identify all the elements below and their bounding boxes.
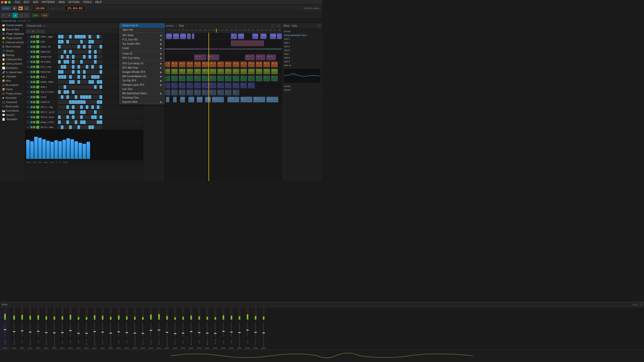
track-block-kick-blocks-container[interactable]: Ki...2 (271, 62, 278, 67)
step-btn[interactable] (66, 100, 69, 104)
channel-solo-btn[interactable]: ◐ (33, 35, 35, 38)
step-btn[interactable] (83, 80, 86, 84)
channel-mute-btn[interactable]: ● (30, 56, 33, 58)
channel-solo-btn[interactable]: ◐ (33, 56, 35, 58)
block-vo-n-2[interactable]: Vo...n (207, 55, 219, 60)
step-btn[interactable] (72, 95, 74, 99)
track-block-open-hat-blocks-container[interactable]: 3 (202, 90, 209, 95)
sidebar-item-demo-projects[interactable]: 📂 Demo projects (0, 62, 25, 66)
step-btn[interactable] (80, 115, 83, 119)
step-btn[interactable] (72, 65, 74, 69)
step-btn[interactable] (66, 35, 69, 38)
channel-active-indicator[interactable] (36, 111, 39, 114)
sidebar-item-soundfonts[interactable]: 🎹 Soundfonts (0, 109, 25, 113)
step-btn[interactable] (83, 115, 86, 119)
track-block-clap-blocks-container[interactable]: 3 (217, 76, 224, 81)
channel-solo-btn[interactable]: ◐ (33, 91, 35, 93)
track-block-clap-blocks-container[interactable]: 3 (171, 76, 178, 81)
step-btn[interactable] (69, 40, 72, 43)
step-btn[interactable] (61, 125, 63, 129)
channel-mute-btn[interactable]: ● (30, 101, 33, 103)
step-btn[interactable] (97, 115, 99, 119)
step-btn[interactable] (89, 125, 91, 129)
step-btn[interactable] (100, 65, 102, 69)
close-button[interactable] (1, 1, 4, 4)
sidebar-item-scores[interactable]: 🎵 Scores (0, 49, 25, 53)
step-btn[interactable] (69, 50, 72, 54)
track-block-noise-hat-blocks-container[interactable]: 3 (233, 83, 239, 88)
block-vocal-10[interactable]: Vocal (270, 33, 276, 39)
step-btn[interactable] (75, 95, 77, 99)
track-block-noise-hat-blocks-container[interactable]: 3 (202, 83, 209, 88)
step-btn[interactable] (72, 60, 74, 64)
step-btn[interactable] (91, 125, 94, 129)
channel-solo-btn[interactable]: ◐ (33, 46, 35, 48)
step-btn[interactable] (86, 35, 88, 38)
track-block-closed-hat[interactable]: Ki...3 (227, 97, 239, 102)
track-block-clap-blocks-container[interactable]: 3 (202, 76, 209, 81)
menu-tools[interactable]: TOOLS (82, 1, 92, 4)
mixer-slot-6[interactable]: Slot 6 (283, 49, 321, 52)
step-btn[interactable] (61, 80, 63, 84)
tool-erase[interactable]: ⬚ (18, 13, 23, 18)
step-btn[interactable] (75, 50, 77, 54)
dropdown-item-ma-staticshock-retro[interactable]: MA StaticShock Retro... ▶ (120, 91, 165, 96)
track-block-sidechain-blocks-container[interactable]: Sid..2 (187, 69, 193, 74)
step-btn[interactable] (77, 65, 80, 69)
step-btn[interactable] (86, 75, 88, 79)
step-btn[interactable] (91, 40, 94, 43)
step-btn[interactable] (61, 90, 63, 94)
step-btn[interactable] (86, 55, 88, 59)
step-btn[interactable] (58, 125, 61, 129)
step-btn[interactable] (83, 75, 86, 79)
sidebar-item-channel-presets[interactable]: 🎚 Channel presets (0, 40, 25, 44)
step-btn[interactable] (94, 75, 97, 79)
record-button[interactable]: ● (24, 6, 29, 10)
mixer-slot-4[interactable]: Slot 4 (283, 41, 321, 45)
step-btn[interactable] (75, 115, 77, 119)
step-btn[interactable] (61, 95, 63, 99)
step-btn[interactable] (91, 100, 94, 104)
step-btn[interactable] (91, 65, 94, 69)
channel-active-indicator[interactable] (36, 106, 39, 109)
sidebar-item-my-projects[interactable]: 🗂 My projects (0, 83, 25, 87)
sidebar-item-envelopes[interactable]: 📈 Envelopes (0, 66, 25, 70)
channel-active-indicator[interactable] (36, 40, 39, 43)
step-btn[interactable] (89, 90, 91, 94)
step-btn[interactable] (86, 65, 88, 69)
step-btn[interactable] (58, 55, 61, 59)
block-vo-n-1[interactable]: Vo...n (194, 55, 206, 60)
step-btn[interactable] (72, 40, 74, 43)
step-btn[interactable] (61, 65, 63, 69)
step-btn[interactable] (89, 55, 91, 59)
step-btn[interactable] (66, 60, 69, 64)
step-btn[interactable] (100, 110, 102, 114)
track-block-open-hat-blocks-container[interactable]: 3 (171, 90, 178, 95)
step-btn[interactable] (61, 105, 63, 109)
step-btn[interactable] (89, 100, 91, 104)
track-block-kick-blocks-container[interactable]: Ki...2 (263, 62, 270, 67)
channel-solo-btn[interactable]: ◐ (33, 106, 35, 108)
dropdown-item-toy-scritch-sfx[interactable]: Toy Scritch SFX ▶ (120, 42, 165, 46)
step-btn[interactable] (80, 90, 83, 94)
step-btn[interactable] (86, 80, 88, 84)
step-btn[interactable] (66, 75, 69, 79)
step-btn[interactable] (91, 90, 94, 94)
step-btn[interactable] (89, 35, 91, 38)
channel-mute-btn[interactable]: ● (30, 81, 33, 83)
track-block-open-hat-blocks-container[interactable]: 3 (217, 90, 224, 95)
step-btn[interactable] (89, 65, 91, 69)
track-block-noise-hat-blocks-container[interactable]: 3 (171, 83, 178, 88)
dropdown-item-open-hat[interactable]: Open Hat (120, 28, 165, 32)
step-btn[interactable] (94, 50, 97, 54)
step-btn[interactable] (58, 65, 61, 69)
track-block-closed-hat[interactable]: Closed Hat (188, 97, 194, 102)
step-btn[interactable] (69, 110, 72, 114)
step-btn[interactable] (77, 110, 80, 114)
online-label[interactable]: Click for online... (304, 7, 320, 10)
sidebar-item-rendered[interactable]: 🎧 Rendered (0, 100, 25, 104)
step-btn[interactable] (86, 110, 88, 114)
step-btn[interactable] (72, 50, 74, 54)
channel-active-indicator[interactable] (36, 96, 39, 99)
dropdown-item-stomper-lazer-sfx[interactable]: Stomper Lazer SFX ▶ (120, 83, 165, 87)
